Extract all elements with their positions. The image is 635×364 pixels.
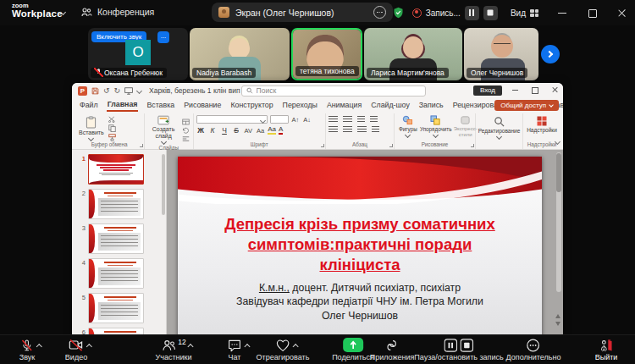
video-button[interactable]: Видео — [65, 338, 87, 361]
ppt-close-button[interactable] — [551, 86, 558, 93]
dialog-launcher-icon[interactable] — [389, 144, 393, 147]
slide-thumbnail[interactable]: 3 — [75, 223, 166, 254]
tab-transitions[interactable]: Переходы — [282, 99, 318, 111]
pause-record-icon[interactable] — [444, 339, 457, 352]
font-name-select[interactable] — [196, 115, 268, 124]
thumbnail-scrollbar[interactable] — [162, 154, 165, 215]
next-slide-icon[interactable] — [555, 322, 560, 326]
slide-thumbnail[interactable]: 5 — [75, 293, 166, 323]
indent-increase-icon[interactable] — [370, 116, 378, 123]
participant-tile[interactable]: Включить звук ... О Оксана Гребенюк — [88, 28, 188, 80]
audio-button[interactable]: Звук — [19, 338, 35, 361]
tab-draw[interactable]: Рисование — [183, 99, 222, 111]
paste-button[interactable]: Вставить — [77, 115, 106, 141]
next-participants-button[interactable] — [541, 45, 560, 63]
slide-title[interactable]: Депресія крізь призму соматичних симптом… — [178, 214, 542, 275]
video-options-chevron-icon[interactable] — [86, 344, 92, 350]
window-close-button[interactable] — [617, 8, 627, 18]
slide-1-thumbnail[interactable] — [88, 154, 144, 185]
participant-tile[interactable]: Лариса Мартим'янова — [364, 28, 462, 80]
shapes-button[interactable]: Фигуры — [397, 114, 419, 138]
slide-6-thumbnail[interactable] — [88, 328, 144, 334]
section-icon[interactable] — [182, 135, 190, 142]
slide-thumbnail[interactable]: 2 — [75, 189, 166, 219]
reactions-options-chevron-icon[interactable] — [292, 344, 298, 350]
slide-4-thumbnail[interactable] — [88, 258, 144, 289]
slide-thumbnail[interactable]: 1 — [75, 154, 166, 185]
tab-insert[interactable]: Вставка — [146, 99, 175, 111]
current-slide[interactable]: Депресія крізь призму соматичних симптом… — [178, 157, 542, 334]
window-minimize-button[interactable] — [558, 8, 567, 18]
undo-icon[interactable]: ↺ — [103, 86, 110, 95]
strikethrough-button[interactable]: S — [232, 126, 241, 135]
addins-button[interactable]: Надстройки — [526, 115, 558, 134]
view-button[interactable]: Вид — [511, 8, 538, 18]
numbering-icon[interactable] — [343, 116, 352, 123]
indent-decrease-icon[interactable] — [357, 116, 365, 123]
underline-button[interactable]: Ч — [220, 126, 229, 135]
pause-stop-record-button[interactable]: Пауза/остановить запись — [414, 338, 503, 361]
ppt-restore-button[interactable] — [532, 86, 538, 93]
grow-font-button[interactable]: A↑ — [291, 116, 301, 124]
dialog-launcher-icon[interactable] — [321, 144, 324, 147]
audio-options-chevron-icon[interactable] — [36, 344, 42, 350]
share-document-button[interactable]: Общий доступ — [494, 100, 559, 111]
bold-button[interactable]: Ж — [196, 126, 206, 135]
text-highlight-button[interactable]: Aa — [268, 126, 276, 135]
pause-recording-button[interactable] — [465, 6, 479, 20]
tab-slideshow[interactable]: Слайд-шоу — [370, 99, 411, 111]
change-case-button[interactable]: Aa — [256, 127, 265, 135]
share-screen-button[interactable]: Поделиться — [332, 338, 374, 361]
leave-button[interactable]: Выйти — [595, 338, 618, 361]
redo-icon[interactable]: ↻ — [114, 86, 121, 95]
slide-thumbnail[interactable]: 6 — [75, 328, 166, 334]
tab-file[interactable]: Файл — [79, 99, 99, 111]
slide-2-thumbnail[interactable] — [88, 189, 144, 219]
participants-button[interactable]: 12 Участники — [156, 338, 192, 361]
reset-slide-icon[interactable] — [182, 127, 190, 134]
character-spacing-button[interactable]: AV — [244, 127, 253, 135]
stop-record-icon[interactable] — [460, 339, 473, 352]
more-button[interactable]: Дополнительно — [506, 338, 561, 361]
save-icon[interactable] — [91, 87, 99, 95]
participant-tile-active-speaker[interactable]: тетяна тихонова — [291, 28, 362, 80]
ppt-search-box[interactable] — [241, 85, 426, 97]
font-color-button[interactable]: А — [279, 126, 283, 135]
previous-slide-icon[interactable] — [555, 314, 560, 318]
chat-options-chevron-icon[interactable] — [244, 344, 250, 350]
reactions-button[interactable]: Отреагировать — [257, 338, 310, 361]
tab-design[interactable]: Конструктор — [229, 99, 273, 111]
slide-3-thumbnail[interactable] — [88, 223, 144, 254]
window-maximize-button[interactable] — [588, 8, 597, 18]
tab-animations[interactable]: Анимация — [326, 99, 362, 111]
tab-record[interactable]: Запись — [418, 99, 444, 111]
stop-recording-button[interactable] — [483, 6, 498, 20]
start-presentation-icon[interactable] — [124, 87, 133, 95]
dialog-launcher-icon[interactable] — [471, 144, 474, 147]
sign-in-button[interactable]: Вход — [473, 85, 502, 96]
tab-meeting[interactable]: Конференция — [81, 7, 154, 17]
quick-styles-button[interactable]: Экспресс-стили — [453, 114, 478, 138]
dialog-launcher-icon[interactable] — [140, 144, 143, 147]
slide-subtitle[interactable]: К.м.н., доцент. Дитячий психіатр, психіа… — [178, 281, 542, 323]
ppt-minimize-button[interactable] — [512, 86, 519, 93]
participant-tile[interactable]: Олег Чернишов — [464, 28, 538, 80]
slide-thumbnail[interactable]: 4 — [75, 258, 166, 289]
format-painter-icon[interactable] — [108, 134, 116, 141]
arrange-button[interactable]: Упорядочить — [422, 114, 450, 138]
search-input[interactable] — [257, 86, 421, 95]
align-left-icon[interactable] — [329, 126, 338, 133]
italic-button[interactable]: К — [208, 126, 218, 135]
slide-5-thumbnail[interactable] — [88, 293, 144, 323]
shrink-font-button[interactable]: A↓ — [302, 116, 312, 124]
new-slide-button[interactable]: Создать слайд — [147, 114, 179, 145]
participant-tile[interactable]: Nadiya Barabash — [190, 28, 290, 80]
slide-scrollbar[interactable] — [556, 152, 561, 292]
editing-button[interactable]: Редактирование — [478, 115, 520, 140]
qat-chevron-down-icon[interactable] — [136, 87, 142, 93]
screen-share-options-icon[interactable] — [373, 6, 386, 19]
participants-options-chevron-icon[interactable] — [187, 344, 193, 350]
security-shield-icon[interactable] — [392, 6, 405, 19]
chat-button[interactable]: Чат — [228, 338, 242, 361]
tab-screen-share[interactable]: Экран (Олег Чернишов) — [212, 3, 393, 22]
